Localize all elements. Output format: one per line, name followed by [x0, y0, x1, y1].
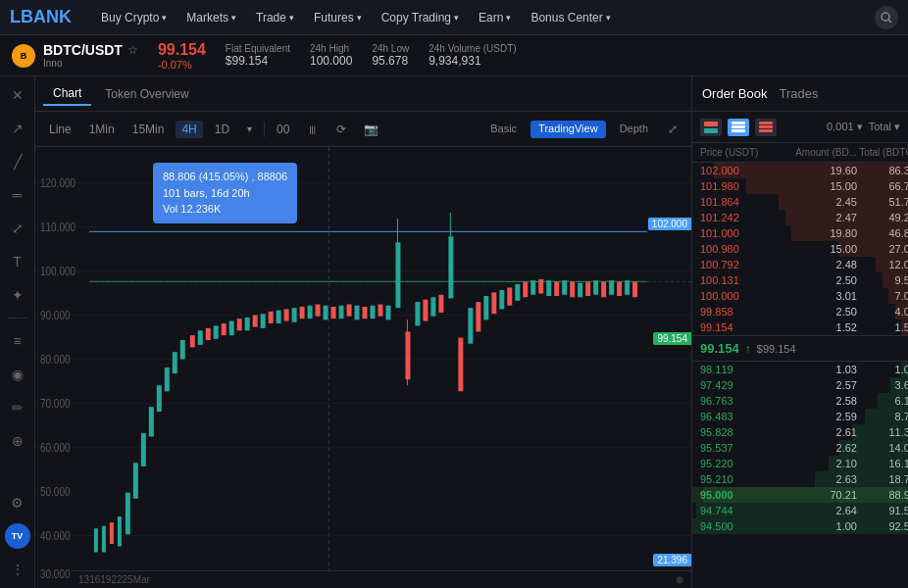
- bid-row[interactable]: 94.744 2.64 91.58: [692, 503, 908, 518]
- timeframe-15min[interactable]: 15Min: [126, 121, 171, 138]
- chevron-down-icon: ▾: [231, 13, 236, 23]
- chart-canvas[interactable]: 120.000 110.000 100.000 90.000 80.000 70…: [35, 147, 691, 588]
- timeframe-dropdown[interactable]: ▾: [241, 122, 258, 136]
- line-tool[interactable]: ╱: [7, 151, 28, 172]
- ask-row[interactable]: 100.980 15.00 27.01: [692, 241, 908, 257]
- svg-rect-60: [385, 306, 390, 320]
- tradingview-badge[interactable]: TV: [5, 523, 30, 549]
- svg-rect-100: [731, 129, 745, 132]
- ob-toolbar: 0.001 ▾ Total ▾: [692, 112, 908, 143]
- timeframe-4h[interactable]: 4H: [176, 121, 202, 138]
- ask-row[interactable]: 100.792 2.48 12.01: [692, 257, 908, 272]
- nav-trade[interactable]: Trade ▾: [246, 11, 304, 24]
- svg-rect-56: [355, 306, 360, 320]
- crosshair-tool[interactable]: ✕: [7, 84, 28, 106]
- bid-row[interactable]: 95.537 2.62 14.00: [692, 440, 908, 456]
- tab-trades[interactable]: Trades: [779, 86, 818, 101]
- timeframe-line[interactable]: Line: [43, 121, 77, 138]
- candle-type[interactable]: 00: [271, 121, 295, 138]
- bid-row[interactable]: 94.500 1.00 92.58: [692, 518, 908, 534]
- nav-futures[interactable]: Futures ▾: [304, 11, 372, 24]
- text-tool[interactable]: T: [7, 251, 28, 272]
- measure-tool[interactable]: ⤢: [7, 218, 28, 239]
- ob-view-asks[interactable]: [755, 119, 777, 136]
- indicator-btn2[interactable]: ⟳: [330, 121, 352, 138]
- bid-row[interactable]: 95.828 2.61 11.38: [692, 424, 908, 440]
- nav-earn[interactable]: Earn ▾: [469, 11, 521, 24]
- chevron-down-icon: ▾: [454, 13, 459, 23]
- bid-row[interactable]: 95.210 2.63 18.73: [692, 471, 908, 487]
- ob-view-all[interactable]: [728, 119, 749, 136]
- svg-rect-48: [292, 308, 297, 322]
- ask-row[interactable]: 100.131 2.50 9.53: [692, 272, 908, 288]
- tab-chart[interactable]: Chart: [43, 82, 91, 106]
- tab-token-overview[interactable]: Token Overview: [95, 83, 198, 105]
- price-change: -0.07%: [158, 59, 206, 71]
- svg-rect-27: [126, 493, 130, 535]
- ask-row[interactable]: 101.980 15.00 66.73: [692, 178, 908, 194]
- arrow-tool[interactable]: ↗: [7, 118, 28, 139]
- svg-rect-44: [261, 314, 266, 328]
- horizontal-line-tool[interactable]: ═: [7, 184, 28, 206]
- ask-row[interactable]: 99.154 1.52 1.52: [692, 319, 908, 335]
- ob-precision[interactable]: 0.001 ▾: [827, 121, 863, 133]
- svg-rect-23: [94, 528, 98, 552]
- nav-markets[interactable]: Markets ▾: [177, 11, 246, 24]
- favorite-icon[interactable]: ☆: [127, 43, 138, 57]
- svg-rect-101: [759, 122, 773, 124]
- svg-rect-28: [133, 463, 138, 498]
- col-amount: Amount (BD...: [788, 147, 857, 158]
- search-button[interactable]: [875, 6, 898, 29]
- svg-rect-66: [423, 300, 428, 321]
- svg-rect-102: [759, 125, 773, 128]
- fullscreen-btn[interactable]: ⤢: [662, 121, 683, 138]
- ob-view-both[interactable]: [700, 119, 722, 136]
- nav-bonus-center[interactable]: Bonus Center ▾: [521, 11, 620, 24]
- toolbar-separator: [264, 122, 265, 137]
- col-price: Price (USDT): [700, 147, 788, 158]
- svg-rect-25: [110, 522, 114, 544]
- tab-order-book[interactable]: Order Book: [702, 86, 767, 101]
- symbol-icon: B: [12, 44, 35, 68]
- symbol-name[interactable]: BDTC/USDT: [43, 42, 123, 58]
- svg-rect-51: [316, 305, 321, 317]
- ask-row[interactable]: 101.000 19.80 46.81: [692, 225, 908, 241]
- svg-rect-69: [448, 236, 453, 298]
- bid-row[interactable]: 98.119 1.03 1.03: [692, 362, 908, 377]
- svg-text:100.000: 100.000: [40, 265, 76, 277]
- chevron-down-icon: ▾: [357, 13, 362, 23]
- zoom-tool[interactable]: ⊕: [7, 430, 28, 452]
- indicator-btn[interactable]: ⫼: [301, 121, 325, 138]
- ask-row[interactable]: 102.000 19.60 86.33: [692, 163, 908, 178]
- ask-row[interactable]: 101.242 2.47 49.28: [692, 210, 908, 225]
- 24h-volume: 24h Volume (USDT) 9,934,931: [429, 43, 516, 68]
- nav-copy-trading[interactable]: Copy Trading ▾: [372, 11, 469, 24]
- settings-icon[interactable]: ⚙: [7, 492, 28, 514]
- screenshot-btn[interactable]: 📷: [358, 121, 384, 138]
- nav-buy-crypto[interactable]: Buy Crypto ▾: [91, 11, 177, 24]
- bid-row[interactable]: 95.000 70.21 88.94: [692, 487, 908, 503]
- svg-rect-90: [609, 280, 614, 295]
- bid-row[interactable]: 97.429 2.57 3.60: [692, 377, 908, 393]
- timeframe-1min[interactable]: 1Min: [83, 121, 121, 138]
- indicator-tool[interactable]: ◉: [7, 364, 28, 385]
- more-tools-icon[interactable]: ⋮: [7, 559, 28, 580]
- list-tool[interactable]: ≡: [7, 330, 28, 352]
- draw-tool[interactable]: ✏: [7, 397, 28, 418]
- ask-row[interactable]: 101.864 2.45 51.73: [692, 194, 908, 210]
- price-label-99: 99.154: [653, 332, 691, 345]
- bid-row[interactable]: 96.763 2.58 6.18: [692, 393, 908, 409]
- bid-row[interactable]: 96.483 2.59 8.77: [692, 409, 908, 424]
- svg-rect-35: [190, 335, 195, 347]
- view-buttons: Basic TradingView Depth ⤢: [482, 121, 683, 138]
- view-basic[interactable]: Basic: [482, 121, 525, 138]
- ask-row[interactable]: 100.000 3.01 7.03: [692, 288, 908, 304]
- view-depth[interactable]: Depth: [612, 121, 656, 138]
- ask-row[interactable]: 99.858 2.50 4.02: [692, 304, 908, 319]
- bid-row[interactable]: 95.220 2.10 16.10: [692, 456, 908, 471]
- timeframe-1d[interactable]: 1D: [209, 121, 235, 138]
- logo[interactable]: LBANK: [10, 7, 72, 27]
- view-tradingview[interactable]: TradingView: [530, 121, 606, 138]
- ob-total[interactable]: Total ▾: [869, 121, 900, 133]
- pattern-tool[interactable]: ✦: [7, 284, 28, 306]
